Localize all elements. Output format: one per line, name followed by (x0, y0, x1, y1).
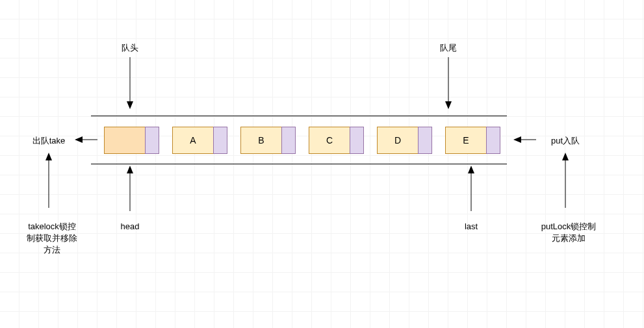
queue-node-next (281, 127, 296, 154)
label-putlock-desc: putLock锁控制 元素添加 (533, 221, 604, 244)
arrow-take-left (75, 136, 97, 143)
queue-node-head (104, 127, 159, 154)
queue-node-next (350, 127, 364, 154)
queue-bottom-line (91, 164, 507, 164)
arrow-tail-down (445, 57, 452, 109)
queue-node-a: A (172, 127, 227, 154)
queue-node-next (486, 127, 500, 154)
queue-node-next (213, 127, 227, 154)
queue-node-d: D (377, 127, 432, 154)
svg-marker-13 (45, 153, 52, 160)
queue-node-body: A (172, 127, 213, 154)
label-last-ptr: last (455, 221, 487, 233)
label-put: put入队 (543, 135, 588, 147)
arrow-put-left (513, 136, 536, 143)
svg-marker-15 (562, 153, 569, 160)
queue-node-body: B (240, 127, 281, 154)
queue-node-body: D (377, 127, 418, 154)
queue-node-body: C (309, 127, 350, 154)
queue-top-line (91, 116, 507, 116)
label-head-ptr: head (114, 221, 146, 233)
queue-node-body (104, 127, 145, 154)
label-queue-tail: 队尾 (429, 42, 468, 54)
svg-marker-3 (445, 101, 452, 109)
queue-node-body: E (445, 127, 486, 154)
arrow-last-ptr-up (468, 166, 474, 211)
label-queue-head: 队头 (110, 42, 149, 54)
svg-marker-1 (127, 101, 133, 109)
queue-node-b: B (240, 127, 296, 154)
queue-node-c: C (309, 127, 364, 154)
arrow-head-down (127, 57, 133, 109)
svg-marker-9 (127, 166, 133, 173)
label-take: 出队take (26, 135, 71, 147)
queue-node-next (145, 127, 159, 154)
arrow-putlock-up (562, 153, 569, 208)
svg-marker-7 (513, 136, 521, 143)
arrow-head-ptr-up (127, 166, 133, 211)
queue-node-e: E (445, 127, 500, 154)
queue-node-next (418, 127, 432, 154)
svg-marker-5 (75, 136, 83, 143)
label-takelock-desc: takelock锁控 制获取并移除 方法 (19, 221, 84, 257)
svg-marker-11 (468, 166, 474, 173)
arrow-takelock-up (45, 153, 52, 208)
